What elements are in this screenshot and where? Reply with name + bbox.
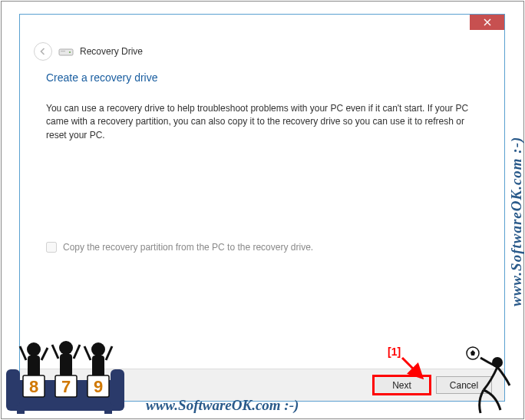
svg-line-24 (84, 346, 91, 360)
titlebar (20, 15, 504, 38)
watermark-bottom: www.SoftwareOK.com :-) (146, 397, 299, 414)
svg-rect-9 (111, 369, 124, 406)
content-area: Create a recovery drive You can use a re… (20, 70, 504, 253)
svg-rect-18 (60, 354, 72, 377)
annotation-arrow-icon (399, 355, 426, 382)
svg-line-6 (402, 358, 421, 376)
svg-line-14 (20, 346, 26, 360)
soccer-illustration (461, 342, 520, 415)
drive-icon (58, 46, 74, 57)
judge-score-1: 8 (29, 377, 38, 396)
judges-illustration: 8 7 9 (5, 332, 131, 417)
copy-partition-label: Copy the recovery partition from the PC … (63, 242, 313, 253)
svg-line-25 (106, 346, 112, 360)
svg-rect-10 (17, 406, 25, 414)
wizard-title: Recovery Drive (80, 46, 143, 57)
back-button[interactable] (34, 42, 52, 61)
page-heading: Create a recovery drive (46, 71, 478, 84)
svg-line-20 (74, 345, 80, 359)
svg-rect-11 (104, 406, 112, 414)
svg-point-17 (59, 341, 73, 355)
svg-point-22 (91, 342, 105, 356)
svg-rect-8 (6, 369, 20, 406)
nav-row: Recovery Drive (20, 38, 504, 70)
svg-line-19 (52, 345, 58, 359)
svg-line-15 (41, 348, 48, 360)
copy-partition-checkbox-row[interactable]: Copy the recovery partition from the PC … (46, 242, 478, 253)
close-icon (484, 18, 491, 26)
back-arrow-icon (38, 47, 48, 56)
svg-rect-4 (61, 51, 65, 51)
copy-partition-checkbox[interactable] (46, 242, 57, 253)
body-text: You can use a recovery drive to help tro… (46, 102, 478, 142)
judge-score-2: 7 (61, 377, 71, 396)
svg-point-3 (69, 51, 71, 53)
svg-rect-2 (59, 49, 73, 55)
svg-point-12 (27, 342, 41, 356)
close-button[interactable] (470, 15, 504, 30)
judge-score-3: 9 (94, 377, 103, 396)
